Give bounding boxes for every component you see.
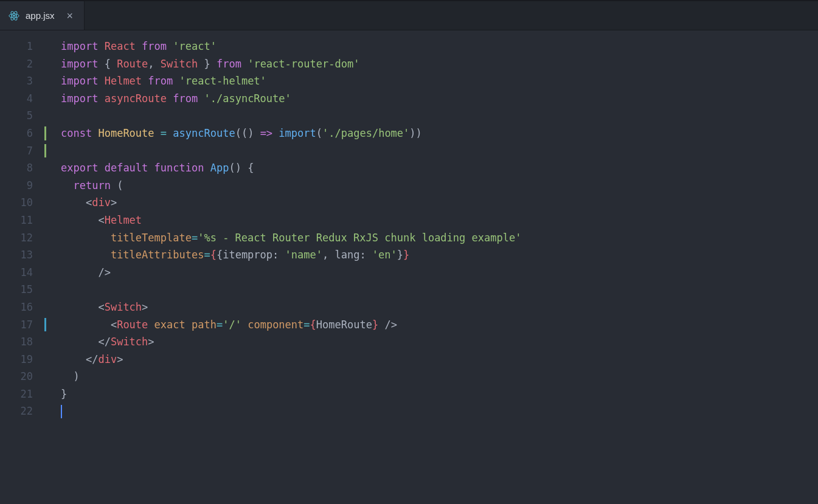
code-line: import asyncRoute from './asyncRoute'	[61, 90, 521, 108]
line-number: 9	[0, 177, 46, 195]
code-line: import { Route, Switch } from 'react-rou…	[61, 55, 521, 73]
code-line	[61, 142, 521, 160]
code-line: <div>	[61, 194, 521, 212]
code-line: <Helmet	[61, 212, 521, 229]
line-number: 20	[0, 368, 46, 385]
svg-point-0	[13, 15, 15, 16]
code-line: titleAttributes={{itemprop: 'name', lang…	[61, 246, 521, 264]
line-number: 11	[0, 212, 46, 229]
code-line: />	[61, 264, 521, 281]
line-number: 21	[0, 385, 46, 403]
code-line	[61, 107, 521, 125]
gutter-marker	[44, 126, 46, 140]
code-line: return (	[61, 177, 521, 195]
line-number: 15	[0, 281, 46, 299]
line-number: 14	[0, 264, 46, 281]
code-line: </div>	[61, 351, 521, 368]
code-area[interactable]: import React from 'react'import { Route,…	[46, 30, 521, 504]
tab-app-jsx[interactable]: app.jsx ×	[0, 1, 85, 30]
code-line: <Switch>	[61, 299, 521, 316]
line-number: 6	[0, 125, 46, 142]
code-line: import React from 'react'	[61, 38, 521, 55]
line-number: 10	[0, 194, 46, 212]
line-number: 1	[0, 38, 46, 55]
code-line: export default function App() {	[61, 159, 521, 177]
line-number: 4	[0, 90, 46, 108]
line-number: 17	[0, 316, 46, 334]
line-number: 8	[0, 159, 46, 177]
code-line: <Route exact path='/' component={HomeRou…	[61, 316, 521, 334]
line-number: 3	[0, 72, 46, 90]
line-number: 18	[0, 333, 46, 351]
line-number-gutter: 12345678910111213141516171819202122	[0, 30, 46, 504]
code-editor[interactable]: 12345678910111213141516171819202122 impo…	[0, 30, 818, 504]
line-number: 5	[0, 107, 46, 125]
line-number: 22	[0, 402, 46, 420]
gutter-marker	[44, 144, 46, 158]
code-line	[61, 281, 521, 299]
tab-title: app.jsx	[26, 10, 55, 21]
code-line: }	[61, 385, 521, 403]
line-number: 12	[0, 229, 46, 247]
line-number: 16	[0, 299, 46, 316]
line-number: 19	[0, 351, 46, 368]
code-line: )	[61, 368, 521, 385]
code-line: titleTemplate='%s - React Router Redux R…	[61, 229, 521, 247]
code-line: </Switch>	[61, 333, 521, 351]
line-number: 2	[0, 55, 46, 73]
code-line: const HomeRoute = asyncRoute(() => impor…	[61, 125, 521, 142]
line-number: 7	[0, 142, 46, 160]
code-line	[61, 402, 521, 420]
text-cursor	[61, 405, 62, 418]
tab-bar: app.jsx ×	[0, 1, 818, 30]
close-icon[interactable]: ×	[67, 10, 74, 21]
line-number: 13	[0, 246, 46, 264]
react-icon	[9, 10, 19, 21]
gutter-marker	[44, 318, 46, 332]
code-line: import Helmet from 'react-helmet'	[61, 72, 521, 90]
